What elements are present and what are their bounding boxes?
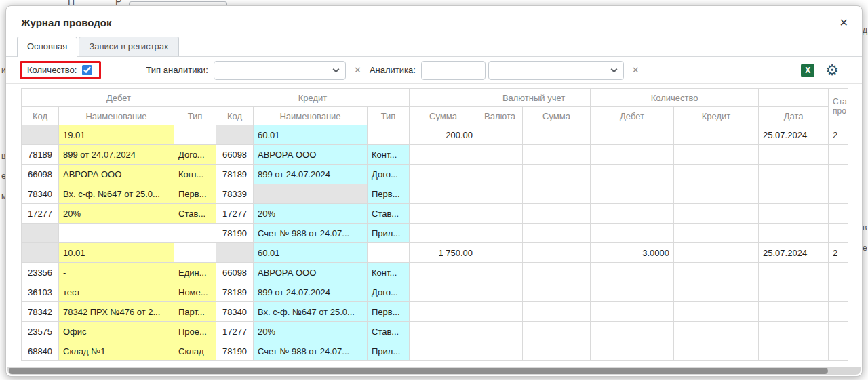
cell[interactable]: 25.07.2024: [759, 243, 829, 263]
cell[interactable]: 20%: [254, 322, 368, 341]
cell[interactable]: АВРОРА ООО: [254, 263, 368, 282]
cell[interactable]: [477, 165, 523, 184]
cell[interactable]: Вх. с-ф. №647 от 25.0...: [254, 302, 368, 322]
close-icon[interactable]: ✕: [840, 18, 848, 28]
cell[interactable]: [477, 341, 523, 361]
cell[interactable]: Прил...: [368, 341, 410, 361]
table-row[interactable]: 36103тестНоме...78189899 от 24.07.2024До…: [22, 282, 849, 302]
cell[interactable]: [174, 224, 216, 243]
cell[interactable]: 899 от 24.07.2024: [59, 145, 174, 165]
analytics-select[interactable]: [488, 61, 624, 80]
cell[interactable]: [477, 243, 523, 263]
cell[interactable]: [477, 282, 523, 302]
cell[interactable]: [216, 243, 254, 263]
table-row[interactable]: 1727720%Став...1727720%Став...: [22, 204, 849, 224]
cell[interactable]: [22, 224, 59, 243]
cell[interactable]: [829, 263, 848, 282]
table-row[interactable]: 23575ОфисПрое...1727720%Став...: [22, 322, 849, 341]
cell[interactable]: 23356: [22, 263, 59, 282]
horizontal-scrollbar-track[interactable]: [7, 367, 861, 375]
table-row[interactable]: 78340Вх. с-ф. №647 от 25.0...Перв...7833…: [22, 184, 849, 204]
cell[interactable]: [829, 341, 848, 361]
cell[interactable]: [410, 302, 477, 322]
cell[interactable]: [174, 243, 216, 263]
cell[interactable]: [674, 184, 759, 204]
cell[interactable]: [674, 263, 759, 282]
cell[interactable]: [591, 165, 674, 184]
cell[interactable]: 66098: [216, 145, 254, 165]
tab-registers[interactable]: Записи в регистрах: [79, 37, 178, 56]
cell[interactable]: Счет № 988 от 24.07...: [254, 224, 368, 243]
cell[interactable]: 899 от 24.07.2024: [254, 165, 368, 184]
cell[interactable]: -: [59, 263, 174, 282]
cell[interactable]: [410, 224, 477, 243]
cell[interactable]: Прое...: [174, 322, 216, 341]
cell[interactable]: Дого...: [368, 165, 410, 184]
cell[interactable]: [674, 224, 759, 243]
cell[interactable]: [759, 165, 829, 184]
cell[interactable]: [591, 204, 674, 224]
cell[interactable]: [759, 263, 829, 282]
cell[interactable]: [523, 282, 591, 302]
cell[interactable]: [174, 125, 216, 145]
cell[interactable]: 25.07.2024: [759, 125, 829, 145]
table-row[interactable]: 68840Склад №1Склад78190Счет № 988 от 24.…: [22, 341, 849, 361]
cell[interactable]: [477, 224, 523, 243]
settings-gear-icon[interactable]: ⚙: [825, 63, 839, 78]
excel-export-icon[interactable]: X: [801, 64, 814, 77]
cell[interactable]: [674, 243, 759, 263]
cell[interactable]: [59, 224, 174, 243]
cell[interactable]: [829, 145, 848, 165]
cell[interactable]: [410, 184, 477, 204]
cell[interactable]: [477, 302, 523, 322]
cell[interactable]: [759, 322, 829, 341]
cell[interactable]: 20%: [254, 204, 368, 224]
cell[interactable]: [759, 184, 829, 204]
cell[interactable]: 17277: [216, 322, 254, 341]
cell[interactable]: [591, 341, 674, 361]
cell[interactable]: Конт...: [174, 165, 216, 184]
table-row[interactable]: 23356-Един...66098АВРОРА ОООКонт...: [22, 263, 849, 282]
cell[interactable]: 10.01: [59, 243, 174, 263]
cell[interactable]: [523, 322, 591, 341]
cell[interactable]: [759, 302, 829, 322]
cell[interactable]: [477, 204, 523, 224]
cell[interactable]: [410, 165, 477, 184]
cell[interactable]: [523, 125, 591, 145]
cell[interactable]: [674, 204, 759, 224]
cell[interactable]: 78342 ПРХ №476 от 2...: [59, 302, 174, 322]
cell[interactable]: 20%: [59, 204, 174, 224]
cell[interactable]: 68840: [22, 341, 59, 361]
cell[interactable]: [523, 165, 591, 184]
cell[interactable]: Офис: [59, 322, 174, 341]
cell[interactable]: [829, 165, 848, 184]
cell[interactable]: [674, 341, 759, 361]
cell[interactable]: [674, 125, 759, 145]
cell[interactable]: АВРОРА ООО: [59, 165, 174, 184]
cell[interactable]: 78190: [216, 341, 254, 361]
cell[interactable]: [477, 263, 523, 282]
cell[interactable]: 2: [829, 243, 848, 263]
cell[interactable]: Дого...: [368, 282, 410, 302]
cell[interactable]: 78190: [216, 224, 254, 243]
cell[interactable]: 60.01: [254, 243, 368, 263]
cell[interactable]: Конт...: [368, 145, 410, 165]
cell[interactable]: 17277: [22, 204, 59, 224]
cell[interactable]: 1 750.00: [410, 243, 477, 263]
cell[interactable]: [591, 145, 674, 165]
cell[interactable]: [591, 302, 674, 322]
cell[interactable]: [523, 145, 591, 165]
cell[interactable]: [829, 322, 848, 341]
cell[interactable]: Конт...: [368, 263, 410, 282]
cell[interactable]: [523, 184, 591, 204]
cell[interactable]: Парт...: [174, 302, 216, 322]
analytics-type-select[interactable]: [214, 61, 346, 80]
table-row[interactable]: 7834278342 ПРХ №476 от 2...Парт...78340В…: [22, 302, 849, 322]
cell[interactable]: [591, 184, 674, 204]
table-row[interactable]: 19.0160.01200.0025.07.20242: [22, 125, 849, 145]
cell[interactable]: [829, 282, 848, 302]
cell[interactable]: Перв...: [174, 184, 216, 204]
cell[interactable]: [759, 341, 829, 361]
cell[interactable]: [477, 184, 523, 204]
cell[interactable]: Един...: [174, 263, 216, 282]
